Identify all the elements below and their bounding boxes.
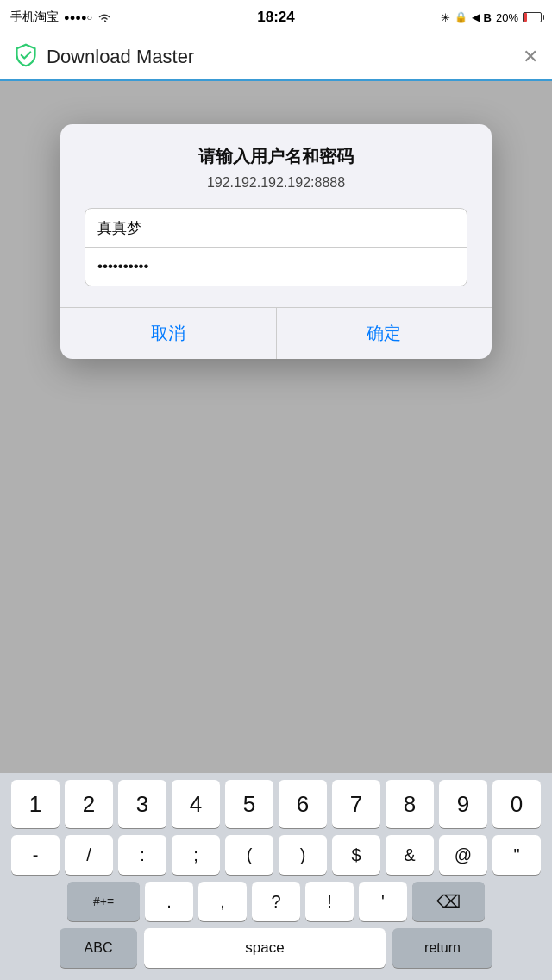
key-2[interactable]: 2 (65, 780, 113, 828)
key-4[interactable]: 4 (172, 780, 220, 828)
username-input[interactable] (85, 209, 467, 248)
app-title: Download Master (47, 46, 194, 68)
status-bar-right: ✳ 🔒 ◀ B 20% (441, 11, 542, 24)
key-amp[interactable]: & (386, 835, 434, 875)
keyboard-row-3: #+= . , ? ! ' ⌫ (3, 882, 549, 921)
location-icon: ◀ (472, 11, 480, 23)
app-header: Download Master ✕ (0, 35, 552, 81)
key-semicolon[interactable]: ; (172, 835, 220, 875)
battery-indicator (523, 12, 542, 22)
bluetooth-icon: B (484, 11, 492, 24)
wifi-icon (97, 12, 111, 22)
key-6[interactable]: 6 (279, 780, 327, 828)
signal-dots: ●●●●○ (64, 12, 92, 22)
dialog-content: 请输入用户名和密码 192.192.192.192:8888 (60, 124, 492, 286)
dialog-inputs (85, 208, 467, 286)
app-header-left: Download Master (14, 43, 194, 71)
keyboard-row-2: - / : ; ( ) $ & @ " (3, 835, 549, 875)
close-button[interactable]: ✕ (523, 46, 538, 68)
key-abc[interactable]: ABC (60, 928, 137, 968)
password-input[interactable] (85, 248, 467, 286)
carrier-label: 手机淘宝 (10, 9, 59, 25)
key-apostrophe[interactable]: ' (359, 882, 407, 921)
login-dialog: 请输入用户名和密码 192.192.192.192:8888 取消 确定 (60, 124, 492, 359)
key-5[interactable]: 5 (225, 780, 273, 828)
key-symbol-toggle[interactable]: #+= (67, 882, 140, 921)
dialog-actions: 取消 确定 (60, 307, 492, 359)
status-bar-left: 手机淘宝 ●●●●○ (10, 9, 111, 25)
key-comma[interactable]: , (198, 882, 247, 921)
brightness-icon: ✳ (441, 11, 450, 24)
key-1[interactable]: 1 (11, 780, 60, 828)
key-dash[interactable]: - (11, 835, 60, 875)
key-8[interactable]: 8 (386, 780, 434, 828)
cancel-button[interactable]: 取消 (60, 308, 277, 359)
key-exclamation[interactable]: ! (305, 882, 354, 921)
key-9[interactable]: 9 (439, 780, 487, 828)
dialog-title: 请输入用户名和密码 (85, 145, 467, 168)
app-body: 请输入用户名和密码 192.192.192.192:8888 取消 确定 (0, 81, 552, 773)
backspace-key[interactable]: ⌫ (412, 882, 485, 921)
key-dollar[interactable]: $ (332, 835, 380, 875)
key-rparen[interactable]: ) (279, 835, 327, 875)
key-lparen[interactable]: ( (225, 835, 273, 875)
key-colon[interactable]: : (118, 835, 166, 875)
status-bar-time: 18:24 (257, 9, 294, 26)
lock-icon: 🔒 (455, 11, 467, 23)
keyboard-row-1: 1 2 3 4 5 6 7 8 9 0 (3, 780, 549, 828)
key-return[interactable]: return (392, 928, 492, 968)
battery-pct-label: 20% (496, 11, 518, 24)
key-dquote[interactable]: " (492, 835, 541, 875)
key-period[interactable]: . (145, 882, 193, 921)
key-question[interactable]: ? (252, 882, 300, 921)
key-at[interactable]: @ (439, 835, 487, 875)
confirm-button[interactable]: 确定 (277, 308, 492, 359)
key-space[interactable]: space (144, 928, 386, 968)
dialog-subtitle: 192.192.192.192:8888 (85, 175, 467, 191)
key-7[interactable]: 7 (332, 780, 380, 828)
key-0[interactable]: 0 (492, 780, 541, 828)
keyboard: 1 2 3 4 5 6 7 8 9 0 - / : ; ( ) $ & @ " … (0, 773, 552, 980)
key-slash[interactable]: / (65, 835, 113, 875)
key-3[interactable]: 3 (118, 780, 166, 828)
shield-icon (14, 43, 38, 71)
status-bar: 手机淘宝 ●●●●○ 18:24 ✳ 🔒 ◀ B 20% (0, 0, 552, 35)
keyboard-row-4: ABC space return (3, 928, 549, 968)
